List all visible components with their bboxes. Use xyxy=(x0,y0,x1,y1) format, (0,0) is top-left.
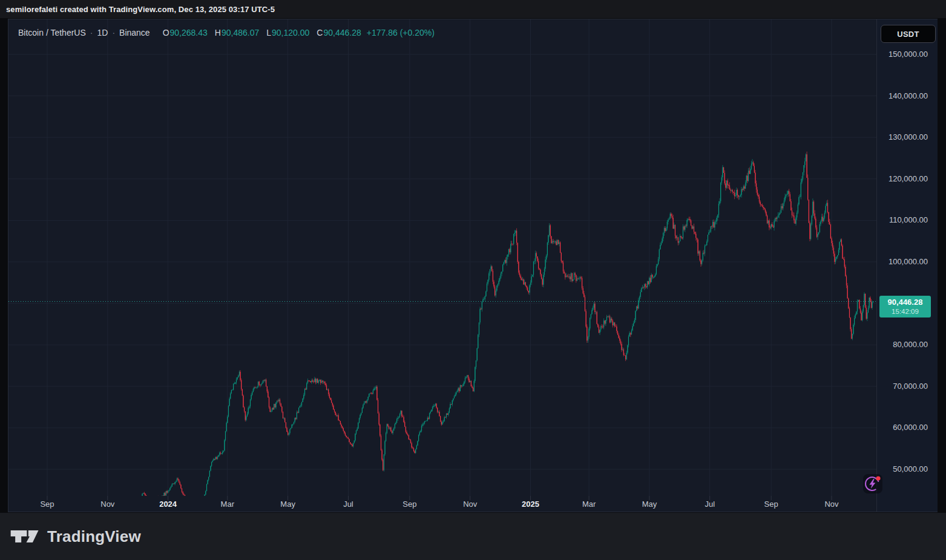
time-tick: May xyxy=(642,500,657,509)
time-tick: May xyxy=(280,500,295,509)
time-tick: Nov xyxy=(824,500,838,509)
price-tick: 60,000.00 xyxy=(893,423,928,432)
price-tick: 80,000.00 xyxy=(893,340,928,349)
price-tick: 130,000.00 xyxy=(889,132,928,142)
low-label: L xyxy=(266,28,271,37)
time-tick: Nov xyxy=(100,500,114,509)
tradingview-logo-icon xyxy=(10,526,40,547)
open-value: 90,268.43 xyxy=(170,28,208,37)
time-tick: 2025 xyxy=(522,500,539,509)
low-value: 90,120.00 xyxy=(272,28,309,37)
interval-label[interactable]: 1D xyxy=(97,28,108,37)
notification-dot xyxy=(876,476,880,480)
bar-countdown: 15:42:09 xyxy=(879,307,931,316)
chart-pane[interactable] xyxy=(8,19,877,512)
time-tick: Mar xyxy=(221,500,234,509)
time-tick: Nov xyxy=(463,500,477,509)
price-tick: 100,000.00 xyxy=(889,257,928,266)
currency-toggle-button[interactable]: USDT xyxy=(881,25,936,43)
time-tick: Jul xyxy=(343,500,353,509)
attribution-text: semilorefaleti created with TradingView.… xyxy=(6,5,275,14)
price-tick: 70,000.00 xyxy=(893,382,928,391)
separator-dot: · xyxy=(112,28,115,37)
high-label: H xyxy=(215,28,221,37)
price-tick: 50,000.00 xyxy=(893,464,928,474)
high-value: 90,486.07 xyxy=(222,28,259,37)
tradingview-logo[interactable]: TradingView xyxy=(10,526,141,547)
price-tick: 150,000.00 xyxy=(889,50,928,59)
quick-trade-button[interactable] xyxy=(863,474,882,493)
lightning-icon xyxy=(863,474,882,493)
close-label: C xyxy=(317,28,323,37)
time-tick: Sep xyxy=(402,500,416,509)
bottom-band: TradingView xyxy=(0,513,946,560)
price-tick: 140,000.00 xyxy=(889,91,928,100)
time-tick: Sep xyxy=(764,500,778,509)
price-tick: 120,000.00 xyxy=(889,174,928,183)
last-price-label[interactable]: 90,446.28 15:42:09 xyxy=(879,296,931,317)
change-value: +177.86 (+0.20%) xyxy=(367,28,435,37)
time-tick: Sep xyxy=(40,500,54,509)
ohlc-values: O90,268.43 H90,486.07 L90,120.00 C90,446… xyxy=(163,28,361,37)
separator-dot: · xyxy=(90,28,93,37)
close-value: 90,446.28 xyxy=(323,28,361,37)
price-tick: 110,000.00 xyxy=(889,215,928,224)
time-tick: 2024 xyxy=(159,500,177,509)
time-tick: Mar xyxy=(582,500,596,509)
open-label: O xyxy=(163,28,169,37)
last-price-value: 90,446.28 xyxy=(879,298,931,307)
top-strip: semilorefaleti created with TradingView.… xyxy=(0,0,946,18)
tradingview-logo-text: TradingView xyxy=(47,527,141,546)
time-tick: Jul xyxy=(705,500,715,509)
symbol-legend: Bitcoin / TetherUS · 1D · Binance O90,26… xyxy=(18,28,435,37)
exchange-label[interactable]: Binance xyxy=(119,28,150,37)
symbol-name[interactable]: Bitcoin / TetherUS xyxy=(18,28,86,37)
